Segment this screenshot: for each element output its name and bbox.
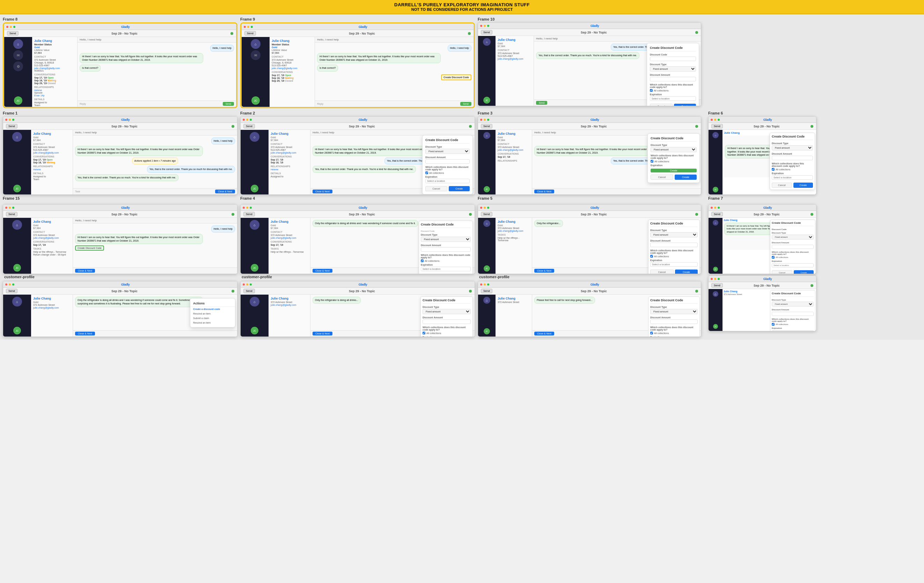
coll-bcl[interactable] <box>421 259 424 262</box>
type-br[interactable]: Fixed amount <box>772 235 813 239</box>
cancel-btn-10[interactable]: Cancel <box>650 104 673 106</box>
create-discount-bl[interactable]: Create Discount Code <box>75 245 104 251</box>
avatar-f8: JC <box>14 96 22 105</box>
cancel-bcr[interactable]: Cancel <box>650 270 673 274</box>
send-button-f8[interactable]: Send <box>7 31 18 36</box>
sidebar-msg-9[interactable]: ✉ <box>251 50 261 60</box>
msg-agent-2-f8: Is that correct? <box>79 64 101 72</box>
close-dot[interactable] <box>6 26 8 28</box>
max-dot[interactable] <box>13 26 15 28</box>
amount-bcl[interactable] <box>421 247 471 252</box>
close-btn-1[interactable]: Close & Next <box>215 189 235 193</box>
send-10[interactable]: Send <box>481 30 492 35</box>
amount-2[interactable] <box>425 159 470 164</box>
type-bcr2[interactable]: Fixed amount <box>650 309 698 314</box>
si-1[interactable]: ⌂ <box>12 132 22 142</box>
exp-input-10[interactable] <box>650 96 696 101</box>
coll-2[interactable] <box>425 171 428 174</box>
exp-bcr[interactable] <box>650 262 698 267</box>
email-f8[interactable]: julie.chang@gladly.com <box>34 67 75 69</box>
coll-bcr2[interactable] <box>650 332 653 334</box>
coll-checkbox-10[interactable] <box>650 89 653 92</box>
send-2[interactable]: Send <box>243 124 255 128</box>
send-btn-f8[interactable]: Send <box>223 102 234 106</box>
type-br2[interactable]: Fixed amount <box>772 301 813 306</box>
min-10[interactable] <box>483 25 486 27</box>
create-2[interactable]: Create <box>449 186 470 191</box>
exp-br2[interactable] <box>772 330 813 331</box>
close-10[interactable] <box>480 25 482 27</box>
type-bcl[interactable]: Fixed amount <box>421 237 471 242</box>
create-br[interactable]: Create <box>794 270 813 274</box>
amount-input-10[interactable] <box>650 77 696 81</box>
amount-br2[interactable] <box>772 312 813 316</box>
create-6[interactable]: Create <box>794 183 813 188</box>
cancel-br[interactable]: Cancel <box>772 270 792 274</box>
min-1[interactable] <box>9 119 11 121</box>
type-bcl2[interactable]: Fixed amount <box>422 309 471 314</box>
coll-checkbox-row-10: All collections <box>650 89 696 92</box>
pl-type-10: Discount Type <box>650 63 696 66</box>
coll-bcr[interactable] <box>650 255 653 258</box>
min-dot-9[interactable] <box>247 26 249 28</box>
action-item-4[interactable]: Rescind an item <box>190 321 235 325</box>
close-btn-2[interactable]: Close & Next <box>312 189 332 193</box>
sidebar-home-9[interactable]: ⌂ <box>251 39 261 49</box>
create-discount-highlight-9[interactable]: Create Discount Code <box>441 74 472 80</box>
amount-br[interactable] <box>772 245 813 249</box>
type-6[interactable]: Fixed amount <box>772 145 813 150</box>
code-input-10[interactable] <box>650 56 696 61</box>
send-btn-10[interactable]: Send <box>536 101 547 105</box>
send-6[interactable]: Send <box>711 124 723 128</box>
create-bcr[interactable]: Create <box>675 270 698 274</box>
type-3[interactable]: Fixed amount <box>650 147 697 152</box>
amount-bcr[interactable] <box>650 243 698 247</box>
send-9[interactable]: Send <box>460 102 472 106</box>
exp-bcl[interactable] <box>421 267 471 271</box>
coll-br2[interactable] <box>772 323 774 326</box>
create-btn-3[interactable]: Create <box>675 175 697 180</box>
create-btn-10[interactable]: Create <box>674 104 696 106</box>
max-1[interactable] <box>12 119 14 121</box>
cancel-3[interactable]: Cancel <box>650 175 673 180</box>
coll-6[interactable] <box>772 168 774 171</box>
action-item-2[interactable]: Rescind an item <box>190 311 235 316</box>
status-dot-9 <box>468 32 471 35</box>
type-select-10[interactable]: Fixed amount <box>650 66 696 72</box>
cancel-6[interactable]: Cancel <box>772 183 792 188</box>
send-btn-9[interactable]: Send <box>244 31 256 36</box>
si-home-10[interactable]: ⌂ <box>483 38 491 46</box>
action-item-1[interactable]: Create a discount code <box>190 307 235 311</box>
close-dot-9[interactable] <box>244 26 246 28</box>
sidebar-msg-icon[interactable]: ✉ <box>13 50 23 60</box>
amount-6[interactable] <box>772 156 813 160</box>
exp-br[interactable] <box>772 263 813 267</box>
send-1[interactable]: Send <box>6 124 18 128</box>
max-10[interactable] <box>487 25 489 27</box>
exp-6[interactable] <box>772 175 813 180</box>
close-1[interactable] <box>5 119 7 121</box>
sidebar-home-icon[interactable]: ⌂ <box>13 39 23 49</box>
coll-3[interactable] <box>650 160 653 163</box>
send-bl[interactable]: Send <box>6 212 18 216</box>
min-dot[interactable] <box>10 26 12 28</box>
amount-bcr2[interactable] <box>650 319 698 324</box>
create-3[interactable]: Create <box>650 169 697 173</box>
rel1-f8[interactable]: Helene <box>34 89 75 91</box>
sidebar-search-icon[interactable]: ⚙ <box>13 61 23 71</box>
content-10: ⌂ JC Julie Chang Gold $7,984 Contact 372… <box>478 36 701 106</box>
max-dot-9[interactable] <box>251 26 253 28</box>
frame-8-group: Frame 8 Gladly Send Sep 29 - No Topic <box>2 16 239 110</box>
type-2[interactable]: Fixed amount <box>425 149 470 154</box>
action-item-3[interactable]: Submit a claim <box>190 316 235 321</box>
amount-bcl2[interactable] <box>422 319 471 324</box>
coll-bcl2[interactable] <box>422 332 425 334</box>
type-bcr[interactable]: Fixed amount <box>650 232 698 237</box>
customer-profile-label-1: customer-profile <box>3 274 238 280</box>
frame-1-group: Frame 1 Gladly Send Sep 29 - No Topic ⌂ … <box>2 110 239 203</box>
exp-2[interactable] <box>425 179 470 183</box>
cancel-2[interactable]: Cancel <box>425 186 447 191</box>
coll-br[interactable] <box>772 256 774 259</box>
send-3[interactable]: Send <box>481 124 492 128</box>
rel2-f8[interactable]: Evan 14y <box>34 94 75 97</box>
